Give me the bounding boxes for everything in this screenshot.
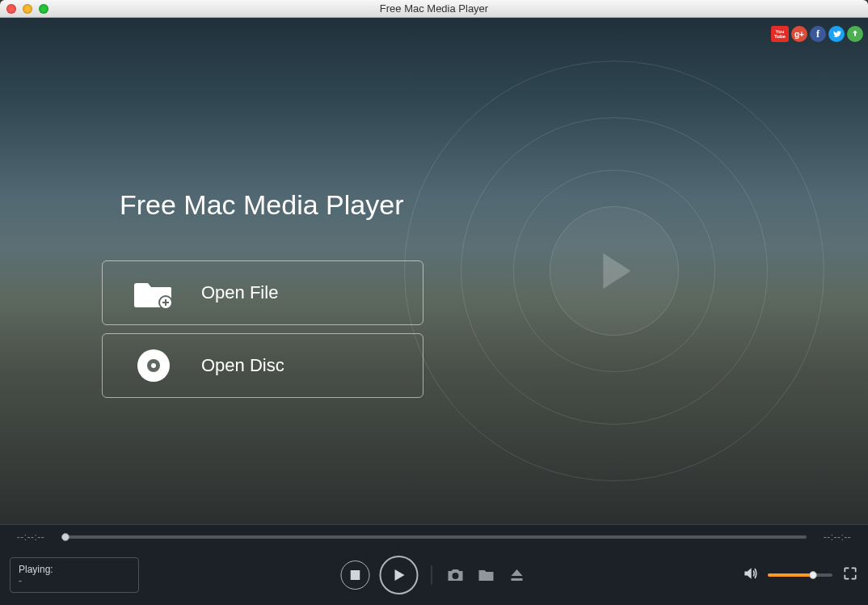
youtube-icon[interactable]: You Tube bbox=[771, 26, 789, 42]
stop-button[interactable] bbox=[341, 561, 370, 590]
right-controls bbox=[742, 565, 858, 585]
progress-slider[interactable] bbox=[61, 535, 807, 539]
progress-row: --:--:-- --:--:-- bbox=[0, 525, 868, 549]
now-playing-box: Playing: - bbox=[10, 557, 139, 593]
twitter-icon[interactable] bbox=[828, 26, 845, 42]
background-rings bbox=[404, 61, 824, 481]
open-panel: Open File Open Disc bbox=[102, 260, 423, 398]
svg-point-5 bbox=[453, 573, 459, 579]
play-button[interactable] bbox=[380, 556, 419, 594]
upload-icon[interactable] bbox=[847, 26, 863, 42]
titlebar[interactable]: Free Mac Media Player bbox=[0, 0, 868, 18]
time-total: --:--:-- bbox=[815, 531, 860, 543]
traffic-lights bbox=[6, 4, 48, 14]
open-file-button[interactable]: Open File bbox=[102, 260, 423, 325]
volume-slider[interactable] bbox=[768, 573, 832, 577]
snapshot-button[interactable] bbox=[445, 565, 466, 586]
main-content: You Tube g+ f Free Mac Media bbox=[0, 18, 868, 524]
bottom-bar: --:--:-- --:--:-- Playing: - bbox=[0, 524, 868, 605]
open-folder-button[interactable] bbox=[476, 565, 497, 586]
app-heading: Free Mac Media Player bbox=[120, 189, 403, 221]
minimize-window-button[interactable] bbox=[23, 4, 32, 14]
eject-button[interactable] bbox=[507, 565, 528, 586]
svg-point-3 bbox=[151, 363, 156, 368]
folder-plus-icon bbox=[133, 277, 174, 309]
app-window: Free Mac Media Player You Tube g+ f bbox=[0, 0, 868, 605]
volume-icon[interactable] bbox=[742, 565, 758, 585]
open-file-label: Open File bbox=[201, 282, 278, 303]
disc-icon bbox=[133, 349, 174, 382]
time-elapsed: --:--:-- bbox=[8, 531, 53, 543]
close-window-button[interactable] bbox=[6, 4, 16, 14]
maximize-window-button[interactable] bbox=[39, 4, 48, 14]
fullscreen-button[interactable] bbox=[842, 565, 858, 585]
window-title: Free Mac Media Player bbox=[0, 2, 868, 15]
social-links: You Tube g+ f bbox=[771, 26, 863, 42]
volume-fill bbox=[768, 573, 813, 577]
play-ghost-icon bbox=[603, 253, 630, 289]
open-disc-button[interactable]: Open Disc bbox=[102, 333, 423, 398]
volume-thumb[interactable] bbox=[809, 571, 817, 579]
progress-thumb[interactable] bbox=[61, 533, 70, 541]
svg-rect-4 bbox=[351, 570, 360, 580]
now-playing-value: - bbox=[19, 575, 130, 586]
separator bbox=[432, 565, 432, 585]
facebook-icon[interactable]: f bbox=[810, 26, 826, 42]
now-playing-label: Playing: bbox=[19, 564, 130, 575]
controls-row: Playing: - bbox=[0, 549, 868, 605]
open-disc-label: Open Disc bbox=[201, 355, 284, 376]
googleplus-icon[interactable]: g+ bbox=[791, 26, 807, 42]
center-controls bbox=[341, 556, 528, 594]
